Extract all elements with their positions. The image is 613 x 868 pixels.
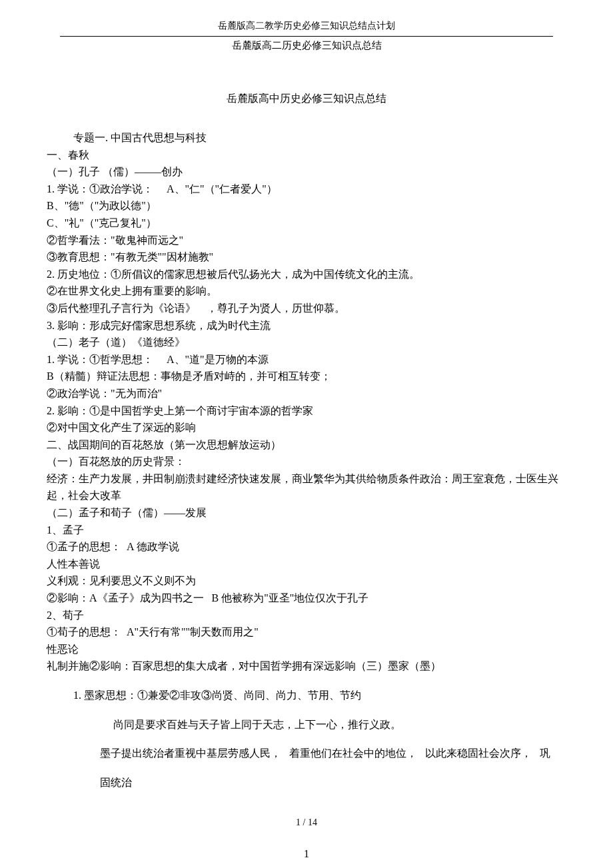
list-line: 固统治 — [47, 774, 566, 791]
body-line: 2. 历史地位：①所倡议的儒家思想被后代弘扬光大，成为中国传统文化的主流。 — [47, 266, 566, 283]
list-line: 1. 墨家思想：①兼爱②非攻③尚贤、尚同、尚力、节用、节约 — [47, 687, 566, 704]
body-line: ②对中国文化产生了深远的影响 — [47, 419, 566, 436]
body-line: ③教育思想："有教无类""因材施教" — [47, 248, 566, 266]
topic-line: 专题一. 中国古代思想与科技 — [47, 129, 566, 147]
body-line: B、"德"（"为政以德"） — [47, 197, 566, 215]
body-line: 人性本善说 — [47, 556, 566, 573]
body-line: ②政治学说："无为而治" — [47, 385, 566, 402]
body-line: 经济：生产力发展，井田制崩溃封建经济快速发展，商业繁华为其供给物质条件政治：周王… — [47, 470, 566, 504]
body-line: （一）百花怒放的历史背景： — [47, 453, 566, 470]
body-line: 义利观：见利要思义不义则不为 — [47, 572, 566, 590]
body-line: 性恶论 — [47, 641, 566, 658]
body-line: 1. 学说：①哲学思想： A、"道"是万物的本源 — [47, 351, 566, 368]
body-line: 二、战国期间的百花怒放（第一次思想解放运动） — [47, 436, 566, 454]
body-line: 3. 影响：形成完好儒家思想系统，成为时代主流 — [47, 317, 566, 334]
page-header: 岳麓版高二教学历史必修三知识总结点计划 — [47, 20, 566, 32]
body-line: ①孟子的思想： A 德政学说 — [47, 538, 566, 556]
body-line: ②影响：A《孟子》成为四书之一 B 他被称为"亚圣"地位仅次于孔子 — [47, 590, 566, 607]
body-line: 1. 学说：①政治学说： A、"仁"（"仁者爱人"） — [47, 181, 566, 198]
list-line: 尚同是要求百姓与天子皆上同于天志，上下一心，推行义政。 — [47, 716, 566, 733]
document-page: 岳麓版高二教学历史必修三知识总结点计划 岳麓版高二历史必修三知识点总结 岳麓版高… — [0, 0, 613, 868]
body-text: 专题一. 中国古代思想与科技 一、春秋 （一）孔子 （儒）——–创办 1. 学说… — [47, 129, 566, 791]
body-line: 礼制并施②影响：百家思想的集大成者，对中国哲学拥有深远影响（三）墨家（墨） — [47, 657, 566, 675]
body-line: 2. 影响：①是中国哲学史上第一个商讨宇宙本源的哲学家 — [47, 402, 566, 420]
body-line: （二）孟子和荀子（儒）——发展 — [47, 504, 566, 522]
header-rule — [60, 36, 553, 37]
body-line: （一）孔子 （儒）——–创办 — [47, 163, 566, 181]
footer-number: 1 — [47, 848, 566, 860]
body-line: ②哲学看法："敬鬼神而远之" — [47, 232, 566, 249]
body-line: ①荀子的思想： A"天行有常""制天数而用之" — [47, 624, 566, 641]
body-line: 1、孟子 — [47, 522, 566, 539]
body-line: 2、荀子 — [47, 607, 566, 624]
body-line: B（精髓）辩证法思想：事物是矛盾对峙的，并可相互转变； — [47, 368, 566, 385]
page-subheader: 岳麓版高二历史必修三知识点总结 — [47, 39, 566, 52]
list-line: 墨子提出统治者重视中基层劳感人民， 着重他们在社会中的地位， 以此来稳固社会次序… — [47, 745, 566, 762]
body-line: 一、春秋 — [47, 147, 566, 164]
body-line: ③后代整理孔子言行为《论语》 ，尊孔子为贤人，历世仰慕。 — [47, 300, 566, 317]
body-line: C、"礼"（"克己复礼"） — [47, 215, 566, 232]
main-title: 岳麓版高中历史必修三知识点总结 — [47, 92, 566, 106]
body-line: （二）老子（道）《道德经》 — [47, 334, 566, 351]
body-line: ②在世界文化史上拥有重要的影响。 — [47, 282, 566, 300]
page-number: 1 / 14 — [47, 817, 566, 828]
